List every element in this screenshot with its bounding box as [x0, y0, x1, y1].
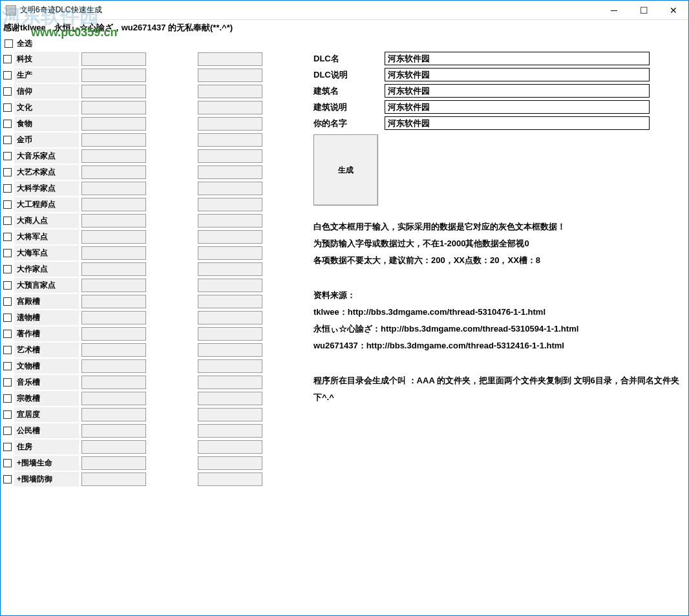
field-checkbox[interactable]	[3, 136, 12, 144]
select-all-checkbox[interactable]	[5, 39, 13, 48]
field-checkbox[interactable]	[3, 184, 12, 193]
field-input[interactable]	[81, 69, 146, 82]
window-title: 文明6奇迹DLC快速生成	[20, 5, 102, 16]
field-checkbox[interactable]	[3, 71, 12, 80]
field-label: 文物槽	[14, 359, 79, 374]
field-checkbox[interactable]	[3, 362, 12, 370]
field-input[interactable]	[81, 376, 146, 389]
field-input[interactable]	[81, 246, 146, 260]
field-checkbox[interactable]	[3, 281, 12, 290]
field-row: 文化	[3, 100, 307, 115]
field-checkbox[interactable]	[3, 330, 12, 338]
field-input[interactable]	[81, 456, 146, 470]
field-input[interactable]	[81, 359, 146, 373]
field-label: 大海军点	[14, 246, 79, 260]
info-line: 永恒ぃ☆心諭ざ：http://bbs.3dmgame.com/thread-53…	[313, 321, 686, 337]
field-input[interactable]	[81, 473, 146, 486]
info-line: 资料来源：	[313, 287, 686, 304]
field-input[interactable]	[81, 279, 146, 292]
field-checkbox[interactable]	[3, 233, 12, 241]
field-input[interactable]	[81, 117, 146, 131]
dlc-label: 你的名字	[313, 118, 385, 129]
field-input[interactable]	[81, 230, 146, 244]
field-input[interactable]	[81, 133, 146, 147]
field-input[interactable]	[81, 85, 146, 98]
field-display	[198, 359, 262, 373]
dlc-row: 建筑名	[313, 83, 686, 98]
field-display	[198, 456, 262, 470]
field-row: 大预言家点	[3, 278, 307, 293]
field-checkbox[interactable]	[3, 427, 12, 435]
info-line: 程序所在目录会生成个叫 ：AAA 的文件夹，把里面两个文件夹复制到 文明6目录，…	[313, 372, 686, 406]
field-checkbox[interactable]	[3, 200, 12, 209]
field-input[interactable]	[81, 101, 146, 114]
field-input[interactable]	[81, 311, 146, 324]
field-checkbox[interactable]	[3, 443, 12, 451]
dlc-row: DLC说明	[313, 67, 686, 82]
dlc-input[interactable]	[385, 100, 650, 114]
field-checkbox[interactable]	[3, 410, 12, 419]
field-display	[198, 230, 262, 244]
dlc-input[interactable]	[385, 116, 650, 130]
generate-button-label: 生成	[338, 165, 354, 176]
field-row: 大音乐家点	[3, 149, 307, 164]
field-input[interactable]	[81, 440, 146, 454]
titlebar: 文明6奇迹DLC快速生成 ─ ☐ ✕	[1, 1, 688, 20]
field-input[interactable]	[81, 392, 146, 405]
field-input[interactable]	[81, 327, 146, 341]
field-label: 文化	[14, 100, 79, 115]
field-checkbox[interactable]	[3, 459, 12, 467]
field-input[interactable]	[81, 182, 146, 195]
field-checkbox[interactable]	[3, 168, 12, 176]
close-button[interactable]: ✕	[659, 1, 688, 20]
field-input[interactable]	[81, 424, 146, 438]
field-checkbox[interactable]	[3, 313, 12, 322]
select-all-label: 全选	[16, 38, 32, 49]
field-input[interactable]	[81, 52, 146, 66]
field-checkbox[interactable]	[3, 297, 12, 306]
field-display	[198, 295, 262, 308]
field-input[interactable]	[81, 295, 146, 308]
field-checkbox[interactable]	[3, 87, 12, 96]
field-display	[198, 408, 262, 421]
field-display	[198, 343, 262, 357]
info-section-3: 程序所在目录会生成个叫 ：AAA 的文件夹，把里面两个文件夹复制到 文明6目录，…	[313, 372, 686, 406]
field-display	[198, 85, 262, 98]
dlc-input[interactable]	[385, 52, 650, 65]
credits-text: 感谢tklwee，永恒ぃ☆心諭ざ，wu2671437 的无私奉献(**.^*)	[3, 22, 233, 34]
field-display	[198, 198, 262, 211]
field-input[interactable]	[81, 165, 146, 179]
info-line: tklwee：http://bbs.3dmgame.com/thread-531…	[313, 304, 686, 321]
field-checkbox[interactable]	[3, 55, 12, 63]
dlc-row: 你的名字	[313, 116, 686, 131]
field-label: 大艺术家点	[14, 165, 79, 180]
field-input[interactable]	[81, 214, 146, 228]
field-checkbox[interactable]	[3, 378, 12, 387]
field-checkbox[interactable]	[3, 394, 12, 403]
field-display	[198, 327, 262, 341]
minimize-button[interactable]: ─	[599, 1, 629, 20]
field-checkbox[interactable]	[3, 249, 12, 257]
generate-button[interactable]: 生成	[313, 134, 378, 206]
field-input[interactable]	[81, 198, 146, 211]
field-checkbox[interactable]	[3, 217, 12, 225]
field-label: 大音乐家点	[14, 149, 79, 164]
field-checkbox[interactable]	[3, 152, 12, 160]
info-section-2: 资料来源： tklwee：http://bbs.3dmgame.com/thre…	[313, 287, 686, 354]
field-checkbox[interactable]	[3, 475, 12, 483]
dlc-input[interactable]	[385, 84, 650, 98]
field-input[interactable]	[81, 408, 146, 421]
field-input[interactable]	[81, 262, 146, 276]
dlc-input[interactable]	[385, 68, 650, 81]
field-display	[198, 473, 262, 486]
field-checkbox[interactable]	[3, 265, 12, 273]
maximize-button[interactable]: ☐	[629, 1, 659, 20]
field-label: 宜居度	[14, 407, 79, 422]
field-checkbox[interactable]	[3, 103, 12, 112]
field-row: 宫殿槽	[3, 294, 307, 309]
field-row: 音乐槽	[3, 375, 307, 390]
field-input[interactable]	[81, 149, 146, 163]
field-input[interactable]	[81, 343, 146, 357]
field-checkbox[interactable]	[3, 120, 12, 128]
field-checkbox[interactable]	[3, 346, 12, 354]
